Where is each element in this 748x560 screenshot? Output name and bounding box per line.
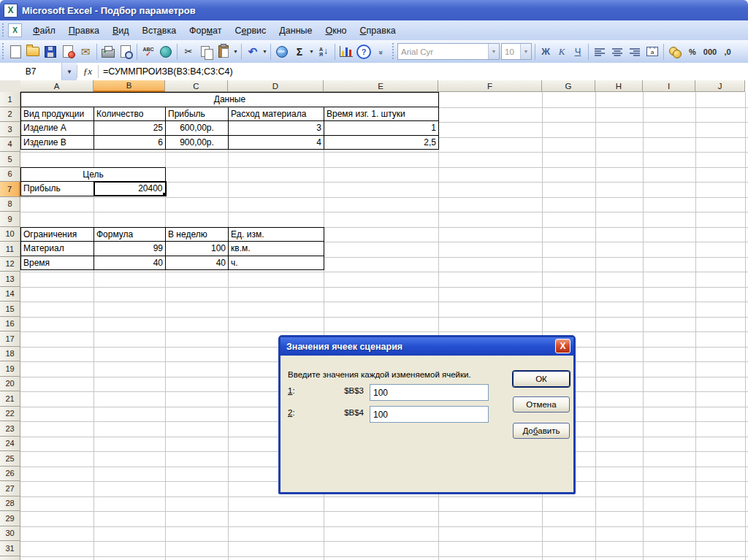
bold-icon[interactable]: Ж bbox=[538, 44, 553, 60]
column-header-F[interactable]: F bbox=[438, 80, 542, 92]
menu-item-tools[interactable]: Сервис bbox=[229, 23, 273, 38]
column-header-C[interactable]: C bbox=[165, 80, 228, 92]
font-size-combo[interactable]: 10 ▼ bbox=[501, 43, 532, 60]
column-header-J[interactable]: J bbox=[695, 80, 745, 92]
print-preview-icon[interactable] bbox=[118, 44, 134, 60]
sheet-cell[interactable]: 2,5 bbox=[324, 135, 439, 150]
menu-item-edit[interactable]: Правка bbox=[62, 23, 106, 38]
sheet-cell[interactable]: 3 bbox=[229, 121, 324, 136]
sheet-cell[interactable]: 40 bbox=[166, 256, 229, 270]
row-header-29[interactable]: 29 bbox=[0, 511, 20, 526]
sheet-cell[interactable]: Время bbox=[21, 256, 94, 270]
paste-icon[interactable] bbox=[215, 44, 232, 60]
cancel-button[interactable]: Отмена bbox=[513, 396, 570, 413]
row-header-23[interactable]: 23 bbox=[0, 421, 20, 437]
column-header-A[interactable]: A bbox=[20, 80, 94, 92]
row-header-31[interactable]: 31 bbox=[0, 541, 20, 556]
row-header-6[interactable]: 6 bbox=[0, 167, 20, 183]
hyperlink-icon[interactable] bbox=[274, 44, 290, 60]
row-header-1[interactable]: 1 bbox=[0, 92, 20, 107]
percent-style-icon[interactable]: % bbox=[684, 44, 701, 60]
sheet-cell[interactable]: 99 bbox=[94, 242, 166, 256]
toolbar-overflow-icon[interactable]: » bbox=[373, 44, 389, 60]
sheet-cell[interactable]: Ед. изм. bbox=[229, 227, 324, 242]
name-box[interactable]: B7 bbox=[0, 63, 61, 80]
row-header-24[interactable]: 24 bbox=[0, 437, 20, 452]
sheet-cell[interactable]: 600,00р. bbox=[166, 121, 229, 136]
add-button[interactable]: Добавить bbox=[513, 423, 570, 439]
row-header-14[interactable]: 14 bbox=[0, 287, 20, 302]
menu-item-help[interactable]: Справка bbox=[354, 23, 402, 38]
italic-icon[interactable]: К bbox=[554, 44, 569, 60]
sheet-cell[interactable]: Данные bbox=[21, 93, 439, 107]
select-all-corner[interactable] bbox=[0, 80, 21, 93]
save-icon[interactable] bbox=[42, 44, 58, 60]
row-header-21[interactable]: 21 bbox=[0, 391, 20, 407]
sheet-cell[interactable]: В неделю bbox=[166, 227, 229, 242]
sheet-cell[interactable]: 900,00р. bbox=[166, 135, 229, 150]
row-header-9[interactable]: 9 bbox=[0, 212, 20, 227]
undo-dropdown-icon[interactable]: ▼ bbox=[262, 44, 268, 60]
column-header-B[interactable]: B bbox=[94, 80, 165, 92]
sheet-cell[interactable]: кв.м. bbox=[229, 242, 324, 256]
column-header-E[interactable]: E bbox=[324, 80, 438, 92]
menu-item-data[interactable]: Данные bbox=[272, 23, 318, 38]
sheet-cell[interactable]: Изделие А bbox=[21, 121, 94, 136]
sheet-cell[interactable]: ч. bbox=[229, 256, 324, 270]
row-header-20[interactable]: 20 bbox=[0, 377, 20, 392]
sheet-cell[interactable]: Цель bbox=[21, 167, 166, 182]
merge-center-icon[interactable]: a bbox=[644, 44, 660, 60]
selected-cell-B7[interactable]: 20400 bbox=[94, 182, 166, 196]
undo-icon[interactable]: ↶ bbox=[245, 44, 261, 60]
row-header-30[interactable]: 30 bbox=[0, 526, 20, 542]
sheet-cell[interactable]: Количество bbox=[94, 107, 166, 121]
sheet-cell[interactable]: 6 bbox=[94, 135, 166, 150]
ok-button[interactable]: ОК bbox=[513, 371, 570, 387]
row-header-19[interactable]: 19 bbox=[0, 361, 20, 377]
font-size-dropdown-icon[interactable]: ▼ bbox=[520, 44, 531, 59]
font-name-combo[interactable]: Arial Cyr ▼ bbox=[397, 43, 500, 60]
column-header-G[interactable]: G bbox=[542, 80, 595, 92]
row-header-15[interactable]: 15 bbox=[0, 302, 20, 317]
increase-decimal-icon[interactable]: ,0 bbox=[720, 44, 736, 60]
permission-icon[interactable] bbox=[60, 44, 76, 60]
column-header-H[interactable]: H bbox=[595, 80, 643, 92]
align-left-icon[interactable] bbox=[592, 44, 608, 60]
row-header-7[interactable]: 7 bbox=[0, 182, 20, 197]
comma-style-icon[interactable]: 000 bbox=[702, 44, 718, 60]
open-icon[interactable] bbox=[25, 44, 41, 60]
row-header-13[interactable]: 13 bbox=[0, 272, 20, 287]
row-header-10[interactable]: 10 bbox=[0, 227, 20, 242]
underline-icon[interactable]: Ч bbox=[570, 44, 585, 60]
sheet-cell[interactable]: 25 bbox=[94, 121, 166, 136]
research-icon[interactable] bbox=[158, 44, 174, 60]
row-header-2[interactable]: 2 bbox=[0, 107, 20, 123]
menu-item-file[interactable]: Файл bbox=[26, 23, 62, 38]
chart-wizard-icon[interactable] bbox=[338, 44, 354, 60]
column-header-I[interactable]: I bbox=[643, 80, 695, 92]
paste-dropdown-icon[interactable]: ▼ bbox=[232, 44, 239, 60]
name-box-dropdown-icon[interactable]: ▼ bbox=[61, 63, 77, 80]
column-header-D[interactable]: D bbox=[228, 80, 324, 92]
row-header-32[interactable]: 32 bbox=[0, 556, 20, 560]
sheet-cell[interactable]: Изделие В bbox=[21, 135, 94, 150]
sheet-cell[interactable]: 4 bbox=[229, 135, 324, 150]
dialog-title-bar[interactable]: Значения ячеек сценария X bbox=[280, 337, 573, 356]
currency-style-icon[interactable] bbox=[667, 44, 683, 60]
row-header-3[interactable]: 3 bbox=[0, 122, 20, 137]
row-header-27[interactable]: 27 bbox=[0, 481, 20, 496]
insert-function-icon[interactable]: ƒx bbox=[77, 63, 98, 80]
new-document-icon[interactable] bbox=[7, 44, 23, 60]
copy-icon[interactable] bbox=[198, 44, 214, 60]
sheet-cell[interactable]: Материал bbox=[21, 242, 94, 256]
menu-item-view[interactable]: Вид bbox=[106, 23, 136, 38]
formula-input[interactable]: =СУММПРОИЗВ(B3:B4;C3:C4) bbox=[99, 63, 748, 80]
menubar-grip-handle[interactable] bbox=[1, 23, 5, 39]
sheet-cell[interactable]: 1 bbox=[324, 121, 439, 136]
field-1-value-input[interactable] bbox=[370, 384, 489, 401]
autosum-dropdown-icon[interactable]: ▼ bbox=[308, 44, 315, 60]
row-header-16[interactable]: 16 bbox=[0, 317, 20, 332]
toolbar-grip-handle[interactable] bbox=[1, 42, 5, 61]
row-header-12[interactable]: 12 bbox=[0, 257, 20, 272]
menu-item-window[interactable]: Окно bbox=[319, 23, 354, 38]
